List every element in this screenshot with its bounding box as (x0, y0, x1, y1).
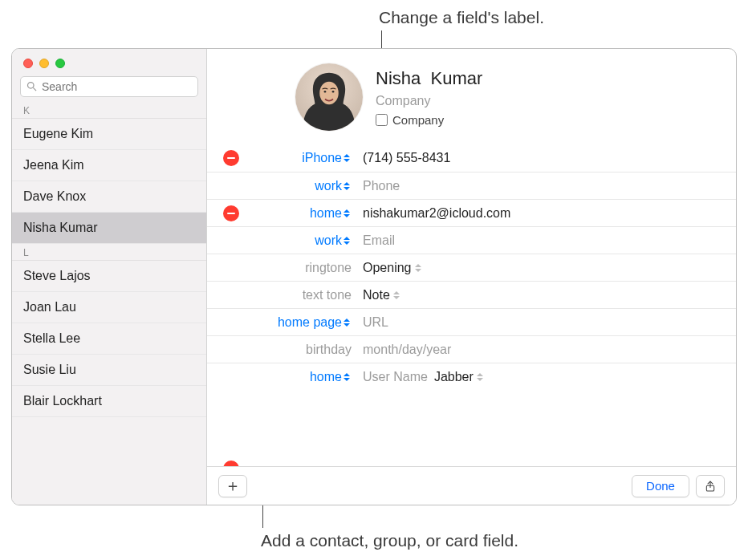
field-list: iPhone (714) 555-8431 work Phone (207, 144, 736, 390)
company-field[interactable]: Company (376, 94, 482, 108)
value-birthday[interactable]: month/day/year (356, 343, 736, 357)
field-birthday: birthday month/day/year (207, 335, 736, 363)
value-email-work[interactable]: Email (356, 233, 736, 248)
remove-spacer (223, 233, 239, 249)
list-item[interactable]: Joan Lau (12, 292, 206, 323)
label-ringtone: ringtone (244, 261, 356, 275)
label-phone-iphone[interactable]: iPhone (244, 151, 356, 165)
field-im-home: home User Name Jabber (207, 363, 736, 390)
section-header-l: L (12, 244, 206, 261)
field-phone-work: work Phone (207, 172, 736, 199)
add-button[interactable]: ＋ (218, 475, 247, 497)
svg-point-5 (332, 91, 335, 93)
window-controls (12, 49, 206, 76)
label-birthday: birthday (244, 343, 356, 357)
first-name[interactable]: Nisha (376, 68, 421, 88)
label-text: home (310, 370, 342, 384)
label-text: birthday (306, 343, 352, 357)
remove-email-home[interactable] (223, 205, 239, 221)
share-icon (704, 479, 717, 493)
stepper-icon (344, 180, 352, 193)
svg-point-4 (324, 91, 327, 93)
value-homepage[interactable]: URL (356, 315, 736, 330)
share-button[interactable] (696, 475, 725, 497)
close-button[interactable] (23, 59, 33, 68)
search-input[interactable] (20, 76, 198, 97)
stepper-icon (415, 262, 423, 274)
stepper-icon (393, 289, 401, 302)
zoom-button[interactable] (55, 59, 65, 68)
company-checkbox-row[interactable]: Company (376, 113, 482, 127)
contact-name[interactable]: Nisha Kumar (376, 68, 482, 89)
field-phone-iphone: iPhone (714) 555-8431 (207, 144, 736, 172)
label-phone-work[interactable]: work (244, 179, 356, 193)
label-homepage[interactable]: home page (244, 315, 356, 330)
label-email-home[interactable]: home (244, 206, 356, 221)
section-header-k: K (12, 102, 206, 119)
company-checkbox-label: Company (392, 113, 444, 127)
stepper-icon (344, 152, 352, 164)
search-icon (26, 80, 38, 92)
remove-spacer (223, 260, 239, 276)
avatar-image (295, 63, 363, 131)
placeholder-text: Phone (363, 179, 400, 193)
list-item[interactable]: Jeena Kim (12, 150, 206, 181)
contacts-window: K Eugene Kim Jeena Kim Dave Knox Nisha K… (11, 48, 737, 505)
stepper-icon (344, 371, 352, 383)
remove-spacer (223, 178, 239, 194)
label-text: home page (278, 315, 342, 330)
contact-list[interactable]: K Eugene Kim Jeena Kim Dave Knox Nisha K… (12, 102, 206, 505)
minimize-button[interactable] (39, 59, 49, 68)
label-text: ringtone (305, 261, 352, 275)
value-ringtone[interactable]: Opening (356, 261, 736, 275)
label-text: iPhone (302, 151, 342, 165)
callout-add-field: Add a contact, group, or card field. (261, 531, 518, 550)
contact-header: Nisha Kumar Company Company (207, 49, 736, 144)
stepper-icon (344, 316, 352, 329)
svg-point-0 (28, 83, 35, 89)
field-texttone: text tone Note (207, 281, 736, 308)
stepper-icon (344, 234, 352, 247)
value-texttone[interactable]: Note (356, 288, 736, 302)
stepper-icon (344, 207, 352, 220)
remove-spacer (223, 287, 239, 303)
callout-change-label: Change a field's label. (379, 8, 544, 27)
list-item[interactable]: Dave Knox (12, 181, 206, 213)
list-item[interactable]: Blair Lockhart (12, 386, 206, 417)
done-button[interactable]: Done (632, 475, 689, 497)
last-name[interactable]: Kumar (430, 68, 482, 88)
remove-spacer (223, 314, 239, 331)
list-item[interactable]: Stella Lee (12, 323, 206, 355)
stepper-icon (477, 371, 485, 383)
label-email-work[interactable]: work (244, 233, 356, 248)
search-field-wrap (20, 76, 198, 97)
list-item-selected[interactable]: Nisha Kumar (12, 213, 206, 244)
company-checkbox[interactable] (376, 114, 388, 126)
value-phone-work[interactable]: Phone (356, 179, 736, 193)
placeholder-text: URL (363, 315, 388, 330)
im-service-select[interactable]: Jabber (434, 370, 485, 384)
field-email-work: work Email (207, 226, 736, 254)
remove-phone-iphone[interactable] (223, 150, 239, 166)
detail-toolbar: ＋ Done (207, 466, 736, 505)
value-im-home[interactable]: User Name Jabber (356, 370, 736, 384)
placeholder-text: User Name (363, 370, 428, 384)
svg-line-1 (33, 87, 36, 91)
remove-spacer (223, 342, 239, 358)
list-item[interactable]: Eugene Kim (12, 119, 206, 150)
list-item[interactable]: Susie Liu (12, 355, 206, 386)
field-email-home: home nishakumar2@icloud.com (207, 199, 736, 226)
ringtone-value: Opening (363, 261, 412, 275)
label-text: home (310, 206, 342, 221)
label-text: work (315, 179, 342, 193)
value-email-home[interactable]: nishakumar2@icloud.com (356, 206, 736, 221)
label-im-home[interactable]: home (244, 370, 356, 384)
sidebar: K Eugene Kim Jeena Kim Dave Knox Nisha K… (12, 49, 207, 505)
label-text: work (315, 233, 342, 248)
value-phone-iphone[interactable]: (714) 555-8431 (356, 151, 736, 165)
placeholder-text: Email (363, 233, 395, 248)
avatar[interactable] (295, 63, 363, 131)
texttone-value: Note (363, 288, 390, 302)
list-item[interactable]: Steve Lajos (12, 261, 206, 292)
remove-spacer (223, 369, 239, 385)
